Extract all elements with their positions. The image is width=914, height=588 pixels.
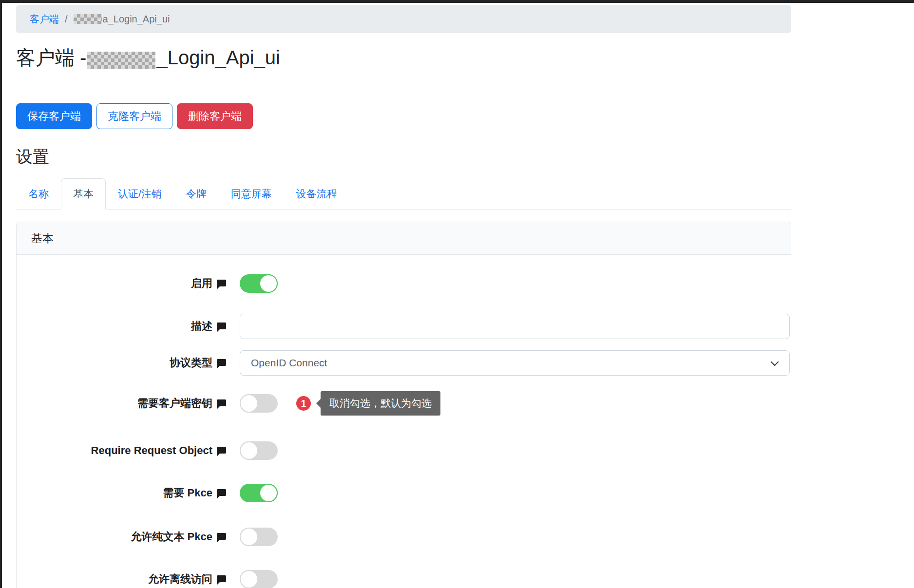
field-label-col: 允许纯文本 Pkce: [31, 530, 226, 544]
action-buttons: 保存客户端 克隆客户端 删除客户端: [16, 103, 791, 129]
tab-device-flow[interactable]: 设备流程: [284, 178, 349, 209]
allow-plain-text-pkce-label-text: 允许纯文本 Pkce: [131, 530, 213, 544]
comment-icon[interactable]: [217, 489, 226, 496]
enabled-label-text: 启用: [191, 276, 212, 291]
field-label-col: 描述: [31, 319, 226, 334]
breadcrumb-separator: /: [65, 14, 68, 25]
chevron-down-icon: [771, 358, 779, 366]
tab-basic[interactable]: 基本: [61, 178, 106, 209]
tab-auth-logout[interactable]: 认证/注销: [106, 178, 174, 209]
allow-offline-access-label: 允许离线访问: [148, 572, 226, 587]
field-control-col: OpenID Connect: [240, 350, 790, 376]
toggle-knob: [259, 484, 278, 502]
require-request-object-label-text: Require Request Object: [91, 444, 212, 457]
tab-token[interactable]: 令牌: [174, 178, 219, 209]
field-label-col: 需要客户端密钥: [31, 396, 226, 411]
allow-offline-access-toggle[interactable]: [240, 570, 278, 588]
require-client-secret-toggle[interactable]: [240, 394, 278, 413]
comment-icon[interactable]: [217, 359, 226, 366]
save-client-button[interactable]: 保存客户端: [16, 103, 92, 129]
page-container: 客户端 / a_Login_Api_ui 客户端 - _Login_Api_ui…: [16, 5, 791, 588]
toggle-knob: [240, 570, 258, 588]
clone-client-button[interactable]: 克隆客户端: [96, 103, 172, 129]
protocol-type-label-text: 协议类型: [170, 356, 212, 370]
comment-icon[interactable]: [217, 399, 226, 406]
settings-heading: 设置: [16, 147, 791, 167]
allow-plain-text-pkce-toggle[interactable]: [240, 528, 278, 546]
require-client-secret-label: 需要客户端密钥: [137, 396, 226, 411]
description-input[interactable]: [240, 314, 790, 339]
description-label-text: 描述: [191, 319, 212, 334]
basic-panel: 基本 启用 描述: [16, 222, 791, 588]
field-label-col: Require Request Object: [31, 444, 226, 457]
redacted-client-id: [74, 14, 102, 24]
page-title-prefix: 客户端 -: [16, 46, 86, 69]
field-control-col: [240, 528, 776, 546]
field-control-col: [240, 274, 776, 293]
comment-icon[interactable]: [217, 280, 226, 286]
basic-panel-header: 基本: [17, 222, 791, 255]
page-title-suffix: _Login_Api_ui: [156, 46, 280, 69]
form-row: Require Request Object: [31, 441, 776, 460]
tab-name[interactable]: 名称: [16, 178, 61, 209]
basic-panel-title: 基本: [31, 231, 54, 246]
tab-consent-screen[interactable]: 同意屏幕: [219, 178, 284, 209]
toggle-knob: [240, 528, 258, 546]
field-control-col: [240, 484, 776, 502]
toggle-knob: [240, 441, 258, 460]
require-request-object-label: Require Request Object: [91, 444, 226, 457]
protocol-type-select[interactable]: OpenID Connect: [240, 350, 790, 376]
breadcrumb-current-item: a_Login_Api_ui: [74, 14, 170, 25]
comment-icon[interactable]: [217, 575, 226, 582]
form-row: 允许纯文本 Pkce: [31, 528, 776, 546]
field-control-col: [240, 314, 790, 339]
comment-icon[interactable]: [217, 322, 226, 329]
window-top-edge: [0, 0, 914, 3]
comment-icon[interactable]: [217, 533, 226, 540]
toggle-knob: [240, 394, 258, 413]
protocol-type-value: OpenID Connect: [251, 357, 327, 369]
basic-panel-body: 启用 描述: [17, 255, 791, 588]
protocol-type-label: 协议类型: [170, 356, 226, 370]
form-row: 需要 Pkce: [31, 484, 776, 502]
page-title: 客户端 - _Login_Api_ui: [16, 46, 791, 69]
require-client-secret-label-text: 需要客户端密钥: [137, 396, 212, 411]
toggle-knob: [259, 274, 278, 293]
breadcrumb-current-text: a_Login_Api_ui: [103, 14, 170, 25]
allow-plain-text-pkce-label: 允许纯文本 Pkce: [131, 530, 227, 544]
require-pkce-label: 需要 Pkce: [163, 486, 227, 500]
enabled-label: 启用: [191, 276, 226, 291]
form-row: 需要客户端密钥 1 取消勾选，默认为勾选: [31, 391, 776, 416]
breadcrumb: 客户端 / a_Login_Api_ui: [16, 5, 791, 33]
form-row: 允许离线访问: [31, 570, 776, 588]
redacted-client-id: [87, 52, 155, 69]
field-control-col: [240, 441, 776, 460]
description-label: 描述: [191, 319, 226, 334]
enabled-toggle[interactable]: [240, 274, 278, 293]
allow-offline-access-label-text: 允许离线访问: [148, 572, 212, 587]
form-row: 启用: [31, 274, 776, 293]
form-row: 协议类型 OpenID Connect: [31, 350, 776, 376]
delete-client-button[interactable]: 删除客户端: [177, 103, 253, 129]
hint-tooltip: 取消勾选，默认为勾选: [321, 391, 440, 416]
require-request-object-toggle[interactable]: [240, 441, 278, 460]
settings-tabs: 名称 基本 认证/注销 令牌 同意屏幕 设备流程: [16, 178, 791, 209]
window-left-edge: [0, 0, 2, 588]
field-control-col: [240, 570, 776, 588]
field-label-col: 需要 Pkce: [31, 486, 226, 500]
popover-count-badge[interactable]: 1: [296, 396, 311, 411]
field-label-col: 启用: [31, 276, 226, 291]
breadcrumb-clients-link[interactable]: 客户端: [30, 13, 59, 26]
form-row: 描述: [31, 314, 776, 339]
comment-icon[interactable]: [217, 447, 226, 454]
require-pkce-label-text: 需要 Pkce: [163, 486, 213, 500]
field-control-col: 1 取消勾选，默认为勾选: [240, 391, 776, 416]
require-pkce-toggle[interactable]: [240, 484, 278, 502]
field-label-col: 允许离线访问: [31, 572, 226, 587]
field-label-col: 协议类型: [31, 356, 226, 370]
